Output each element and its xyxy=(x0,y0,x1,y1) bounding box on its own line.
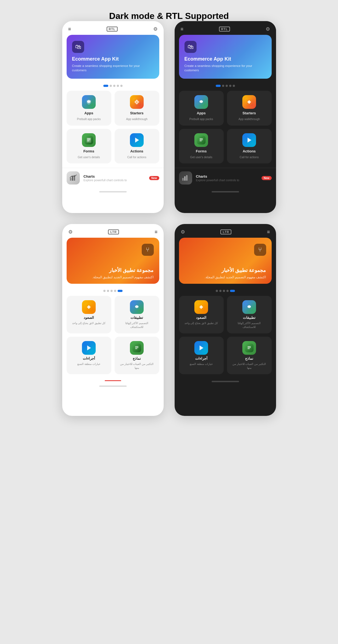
forms-icon-rtl-dark xyxy=(242,341,256,355)
apps-icon-rtl-dark xyxy=(242,300,256,314)
actions-sub-dark: Call for actions xyxy=(240,155,259,159)
bottom-bar-dark xyxy=(212,191,239,192)
rtl-sub-apps: التصميم الأكثر إلهامًا للاستكشاف xyxy=(118,321,155,329)
phone-header-rtl-dark: ⚙ LTR ≡ xyxy=(175,224,276,238)
new-badge-dark: New xyxy=(262,176,272,180)
app-card-forms-dark[interactable]: Forms Get user's details xyxy=(179,129,224,164)
actions-icon-rtl xyxy=(82,341,96,355)
starters-title-dark: Starters xyxy=(242,111,256,115)
actions-title: Actions xyxy=(130,149,143,153)
actions-sub: Call for actions xyxy=(127,155,146,159)
dot-3 xyxy=(113,85,115,87)
new-badge-light: New xyxy=(149,176,159,180)
rtl-card-forms[interactable]: نماذج التكثير من العينات للاختيار من بين… xyxy=(115,337,159,374)
dot-d4 xyxy=(229,85,231,87)
dot-rd2 xyxy=(219,290,221,292)
bottom-bar-rtl-dark xyxy=(212,381,239,382)
actions-icon-dark xyxy=(242,133,256,147)
dot-d3 xyxy=(226,85,228,87)
rtl-sub-starters2: كل تطبيق لائق يحتاج إلى واحد xyxy=(72,321,106,325)
svg-rect-8 xyxy=(87,138,90,139)
hero-icon-dark: 🛍 xyxy=(184,41,197,53)
dot-rd3 xyxy=(223,290,225,292)
rtl-sub-forms: التكثير من العينات للاختيار من بينها xyxy=(118,362,155,370)
starters-icon-dark xyxy=(242,95,256,109)
bottom-bar-rtl-light xyxy=(99,385,127,387)
rtl-title-apps-dark: تطبيقات xyxy=(243,316,255,320)
dot-5 xyxy=(120,85,123,87)
gear-icon-rtl-dark: ⚙ xyxy=(181,229,185,235)
bottom-bar-light xyxy=(99,191,127,192)
app-card-starters-dark[interactable]: Starters App walkthrough xyxy=(227,91,272,126)
forms-icon-dark xyxy=(194,133,208,147)
dot-rl5 xyxy=(118,290,123,292)
phone-header-light: ≡ RTL ⚙ xyxy=(62,21,164,35)
app-card-actions-dark[interactable]: Actions Call for actions xyxy=(227,129,272,164)
hamburger-icon: ≡ xyxy=(68,27,71,32)
rtl-title-apps: تطبيقات xyxy=(130,316,143,320)
svg-rect-37 xyxy=(135,346,138,347)
rtl-card-forms-dark[interactable]: نماذج التكثير من العينات للاختيار من بين… xyxy=(227,337,272,374)
charts-title-light: Charts xyxy=(84,174,145,178)
forms-sub-dark: Get user's details xyxy=(190,155,212,159)
svg-rect-28 xyxy=(184,176,186,181)
hero-sub-light: Create a seamless shopping experience fo… xyxy=(72,64,154,72)
rtl-card-apps-dark[interactable]: تطبيقات التصميم الأكثر إلهامًا للاستكشاف xyxy=(227,296,272,333)
forms-sub: Get user's details xyxy=(78,155,100,159)
app-card-apps[interactable]: Apps Prebuilt app packs xyxy=(67,91,111,126)
hero-title-light: Ecommerce App Kit xyxy=(72,56,154,62)
svg-rect-9 xyxy=(87,140,90,140)
starters-sub: App walkthrough xyxy=(126,117,147,121)
rtl-card-actions-dark[interactable]: أجراءات خيارات منطقة الصنع xyxy=(179,337,224,374)
dots-rtl-light xyxy=(62,290,164,292)
dot-rd1 xyxy=(216,290,218,292)
app-card-actions[interactable]: Actions Call for actions xyxy=(115,129,159,164)
forms-title: Forms xyxy=(83,149,94,153)
phone-header-rtl-light: ⚙ LTR ≡ xyxy=(62,224,164,238)
dot-4 xyxy=(117,85,119,87)
forms-title-dark: Forms xyxy=(196,149,207,153)
hero-banner-rtl-dark: ⑂ مجموعة تطبيق الأخبار اكتشف مفهوم التصم… xyxy=(179,238,272,284)
gear-icon-light: ⚙ xyxy=(153,26,158,32)
ltr-badge-dark: LTR xyxy=(220,229,231,234)
apps-icon xyxy=(82,95,96,109)
rtl-title-actions: أجراءات xyxy=(83,356,95,361)
svg-rect-29 xyxy=(186,175,188,181)
rtl-badge-light: RTL xyxy=(107,27,118,32)
apps-title: Apps xyxy=(84,111,93,115)
rtl-title-actions-dark: أجراءات xyxy=(195,356,208,361)
app-card-apps-dark[interactable]: Apps Prebuilt app packs xyxy=(179,91,224,126)
hero-icon-rtl-dark: ⑂ xyxy=(254,244,266,256)
svg-rect-38 xyxy=(135,347,138,348)
rtl-sub-starters2-dark: كل تطبيق لائق يحتاج إلى واحد xyxy=(184,321,218,325)
svg-rect-27 xyxy=(182,178,184,181)
svg-rect-15 xyxy=(72,176,73,181)
charts-icon-dark xyxy=(179,171,192,185)
forms-icon-rtl xyxy=(130,341,144,355)
apps-icon-dark xyxy=(194,95,208,109)
apps-sub: Prebuilt app packs xyxy=(77,117,101,121)
starters-icon xyxy=(130,95,144,109)
charts-row-light: Charts Explore powerfull chart controls … xyxy=(62,168,164,188)
dots-light xyxy=(62,85,164,87)
rtl-sub-apps-dark: التصميم الأكثر إلهامًا للاستكشاف xyxy=(231,321,268,329)
page-title: Dark mode & RTL Supported xyxy=(109,11,229,21)
rtl-card-starters2[interactable]: الصعود كل تطبيق لائق يحتاج إلى واحد xyxy=(67,296,111,333)
app-card-forms[interactable]: Forms Get user's details xyxy=(67,129,111,164)
dots-dark xyxy=(175,85,276,87)
app-card-starters[interactable]: Starters App walkthrough xyxy=(115,91,159,126)
title-dark: Supported xyxy=(183,11,229,21)
title-blue: Dark mode & RTL xyxy=(109,11,183,21)
charts-text-light: Charts Explore powerfull chart controls … xyxy=(84,174,145,182)
hero-banner-rtl-light: ⑂ مجموعة تطبيق الأخبار اكتشف مفهوم التصم… xyxy=(67,238,159,284)
actions-icon xyxy=(130,133,144,147)
dot-d5 xyxy=(233,85,235,87)
rtl-card-starters2-dark[interactable]: الصعود كل تطبيق لائق يحتاج إلى واحد xyxy=(179,296,224,333)
actions-title-dark: Actions xyxy=(243,149,256,153)
charts-row-dark: Charts Explore powerfull chart controls … xyxy=(175,168,276,188)
rtl-card-apps[interactable]: تطبيقات التصميم الأكثر إلهامًا للاستكشاف xyxy=(115,296,159,333)
svg-rect-14 xyxy=(70,178,71,181)
dot-2 xyxy=(110,85,112,87)
rtl-card-actions[interactable]: أجراءات خيارات منطقة الصنع xyxy=(67,337,111,374)
starters-sub-dark: App walkthrough xyxy=(238,117,260,121)
